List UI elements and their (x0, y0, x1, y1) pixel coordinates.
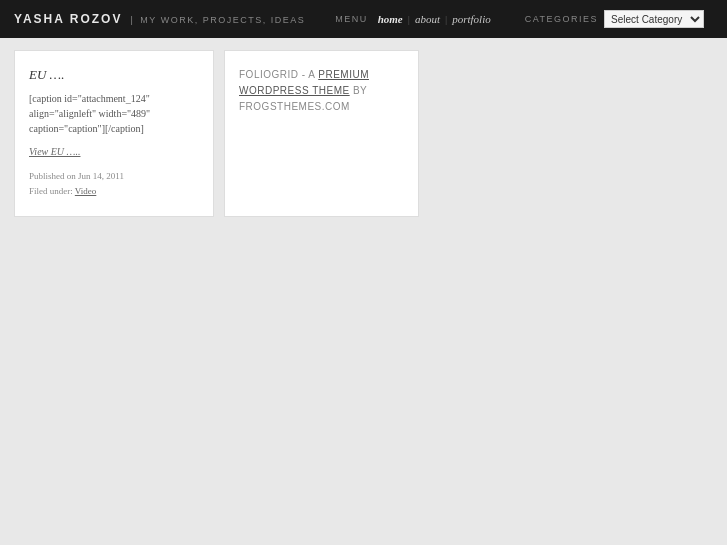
header-separator: | (130, 15, 134, 25)
foliogrid-prefix: FOLIOGRID - A (239, 69, 315, 80)
nav-link-home[interactable]: home (374, 13, 407, 25)
article-card: EU …. [caption id="attachment_124" align… (14, 50, 214, 217)
foliogrid-domain: FROGSTHEMES.COM (239, 101, 350, 112)
nav-links: home | about | portfolio (374, 13, 495, 25)
article-caption: [caption id="attachment_124" align="alig… (29, 91, 199, 136)
article-title: EU …. (29, 67, 199, 83)
article-read-more-link[interactable]: View EU ….. (29, 146, 199, 157)
header: YASHA ROZOV |MY WORK, PROJECTS, IDEAS ME… (0, 0, 727, 38)
article-filed-under: Filed under: Video (29, 184, 199, 199)
nav-link-about[interactable]: about (411, 13, 444, 25)
site-title-wrap: YASHA ROZOV |MY WORK, PROJECTS, IDEAS (14, 12, 305, 26)
content-area: EU …. [caption id="attachment_124" align… (0, 38, 727, 229)
filed-under-label: Filed under: (29, 186, 73, 196)
nav-link-portfolio[interactable]: portfolio (448, 13, 495, 25)
nav-menu-label: MENU (335, 14, 368, 24)
article-published: Published on Jun 14, 2011 (29, 169, 199, 184)
article-category-link[interactable]: Video (75, 186, 96, 196)
site-name: YASHA ROZOV (14, 12, 122, 26)
categories-label: CATEGORIES (525, 14, 598, 24)
foliogrid-suffix: BY (353, 85, 367, 96)
foliogrid-card: FOLIOGRID - A Premium Wordpress Theme BY… (224, 50, 419, 217)
site-tagline: |MY WORK, PROJECTS, IDEAS (130, 15, 305, 25)
categories-select[interactable]: Select Category (604, 10, 704, 28)
foliogrid-text: FOLIOGRID - A Premium Wordpress Theme BY… (239, 67, 404, 115)
article-meta: Published on Jun 14, 2011 Filed under: V… (29, 169, 199, 200)
